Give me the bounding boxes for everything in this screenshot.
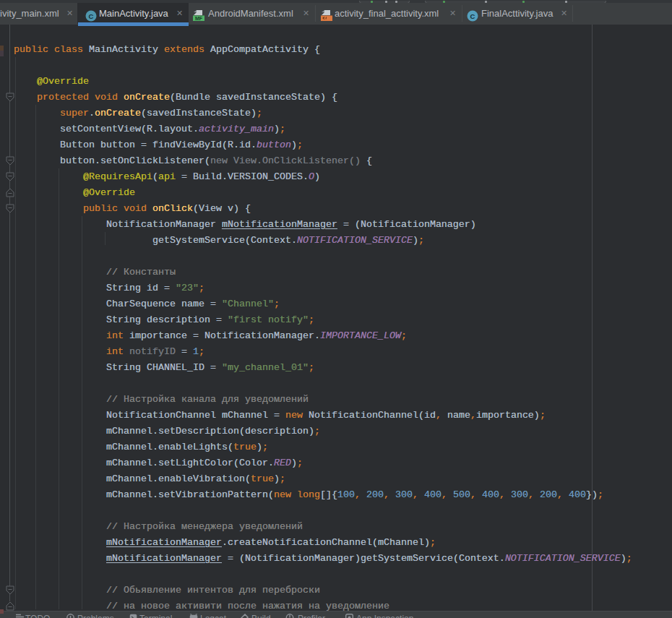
svg-text:C: C (89, 12, 94, 20)
svg-text:C: C (470, 12, 475, 20)
svg-text:MF: MF (195, 16, 203, 21)
